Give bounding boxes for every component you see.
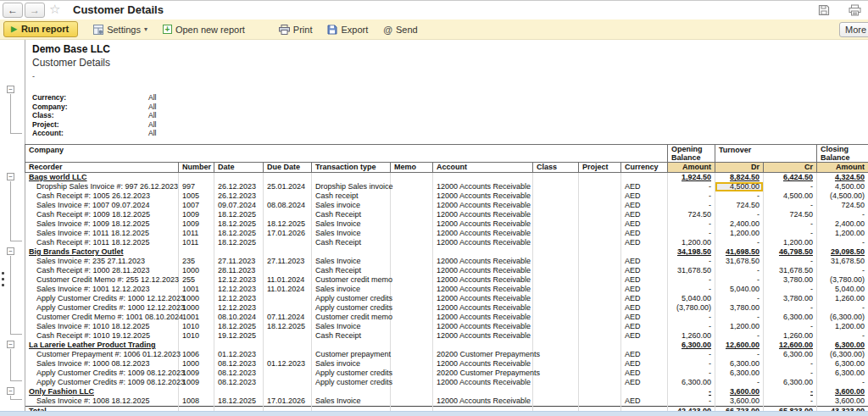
cell-project[interactable]	[579, 266, 621, 275]
cell-recorder[interactable]: Customer Credit Memo #: 255 12.12.2023	[25, 275, 179, 285]
group-total-cell[interactable]	[579, 387, 621, 397]
cell-account[interactable]: 12000 Accounts Receivable	[433, 229, 533, 238]
cell-currency[interactable]: AED	[621, 359, 668, 369]
cell-currency[interactable]: AED	[621, 322, 668, 331]
cell-due[interactable]: 18.12.2025	[264, 322, 312, 331]
cell-dr[interactable]: -	[715, 266, 764, 275]
collapse-header-group-button[interactable]: −	[7, 86, 14, 93]
cell-closing[interactable]: -	[817, 266, 868, 275]
group-total-cell[interactable]	[433, 247, 533, 257]
cell-memo[interactable]	[391, 350, 433, 359]
collapse-group-la-larerie-button[interactable]: −	[7, 341, 14, 348]
cell-dr[interactable]: -	[715, 210, 764, 219]
group-total-cell[interactable]	[179, 173, 214, 183]
table-row[interactable]: Apply Customer Credits #: 1009 08.12.202…	[25, 378, 868, 387]
cell-due[interactable]	[264, 350, 312, 359]
cell-recorder[interactable]: Apply Customer Credits #: 1000 12.12.202…	[25, 294, 179, 303]
cell-memo[interactable]	[391, 313, 433, 322]
cell-number[interactable]: 1001	[179, 313, 214, 322]
cell-opening[interactable]: 31,678.50	[668, 266, 715, 275]
cell-opening[interactable]: -	[668, 229, 715, 238]
cell-type[interactable]: Sales invoice	[312, 201, 391, 210]
cell-cr[interactable]: 6,300.00	[764, 313, 817, 322]
cell-dr[interactable]: 1,200.00	[715, 229, 764, 238]
collapse-group-big-brands-button[interactable]: −	[7, 247, 14, 255]
cell-cr[interactable]: -	[764, 229, 817, 238]
table-row[interactable]: Cash Receipt #: 1000 28.11.2023100028.11…	[25, 266, 868, 275]
group-total-cell[interactable]: 1,924.50	[668, 173, 715, 183]
group-total-cell[interactable]	[312, 173, 391, 183]
table-row[interactable]: Sales Invoice #: 1009 18.12.2025100918.1…	[25, 219, 868, 229]
cell-due[interactable]	[264, 303, 312, 313]
cell-date[interactable]: 18.12.2025	[214, 229, 264, 238]
cell-closing[interactable]: 6,300.00	[817, 359, 868, 369]
cell-class[interactable]	[533, 285, 579, 294]
cell-project[interactable]	[579, 294, 621, 303]
cell-class[interactable]	[533, 266, 579, 275]
group-total-cell[interactable]	[579, 341, 621, 350]
table-row[interactable]: Customer Prepayment #: 1006 01.12.202310…	[25, 350, 868, 359]
cell-date[interactable]: 19.12.2025	[214, 331, 264, 341]
cell-due[interactable]: 01.12.2023	[264, 359, 312, 369]
cell-due[interactable]: 27.11.2023	[264, 257, 312, 266]
cell-closing[interactable]: -	[817, 378, 868, 387]
cell-date[interactable]: 26.12.2023	[214, 191, 264, 201]
group-total-cell[interactable]	[391, 247, 433, 257]
group-total-cell[interactable]: 29,098.50	[817, 247, 868, 257]
cell-recorder[interactable]: Sales Invoice #: 1001 12.12.2023	[25, 285, 179, 294]
cell-type[interactable]: Cash Receipt	[312, 266, 391, 275]
splitter-drag-handle[interactable]	[1, 272, 4, 289]
cell-type[interactable]: Apply customer credits	[312, 294, 391, 303]
cell-closing[interactable]: (4,500.00)	[817, 191, 868, 201]
cell-date[interactable]: 08.12.2023	[214, 359, 264, 369]
cell-class[interactable]	[533, 229, 579, 238]
cell-project[interactable]	[579, 238, 621, 247]
group-total-cell[interactable]: 3,600.00	[817, 387, 868, 397]
cell-number[interactable]: 1011	[179, 238, 214, 247]
cell-due[interactable]: 08.08.2024	[264, 201, 312, 210]
cell-recorder[interactable]: Sales Invoice #: 1011 18.12.2025	[25, 229, 179, 238]
cell-recorder[interactable]: Apply Customer Credits #: 1000 12.12.202…	[25, 303, 179, 313]
cell-project[interactable]	[579, 359, 621, 369]
cell-closing[interactable]: 5,040.00	[817, 285, 868, 294]
cell-type[interactable]: Cash Receipt	[312, 210, 391, 219]
cell-type[interactable]: Sales invoice	[312, 359, 391, 369]
run-report-button[interactable]: ▶ Run report	[3, 21, 78, 37]
group-name-cell[interactable]: Only Fashion LLC	[25, 387, 179, 397]
cell-currency[interactable]: AED	[621, 331, 668, 341]
cell-memo[interactable]	[391, 201, 433, 210]
cell-account[interactable]: 20200 Customer Prepayments	[433, 369, 533, 378]
cell-type[interactable]: Cash Receipt	[312, 238, 391, 247]
cell-cr[interactable]: -	[764, 369, 817, 378]
cell-memo[interactable]	[391, 238, 433, 247]
group-total-cell[interactable]	[433, 341, 533, 350]
cell-due[interactable]	[264, 378, 312, 387]
table-row[interactable]: Apply Customer Credits #: 1000 12.12.202…	[25, 303, 868, 313]
cell-dr[interactable]: 3,600.00	[715, 397, 764, 407]
collapse-group-only-fashion-button[interactable]: −	[7, 387, 14, 395]
cell-type[interactable]: Apply customer credits	[312, 378, 391, 387]
cell-memo[interactable]	[391, 182, 433, 191]
cell-opening[interactable]: -	[668, 313, 715, 322]
cell-dr[interactable]: -	[715, 350, 764, 359]
print-button[interactable]: Print	[279, 25, 313, 35]
table-row[interactable]: Sales Invoice #: 235 27.11.202323527.11.…	[25, 257, 868, 266]
cell-account[interactable]: 12000 Accounts Receivable	[433, 313, 533, 322]
cell-class[interactable]	[533, 191, 579, 201]
cell-closing[interactable]: (6,300.00)	[817, 313, 868, 322]
cell-cr[interactable]: -	[764, 257, 817, 266]
cell-currency[interactable]: AED	[621, 350, 668, 359]
group-total-cell[interactable]	[264, 247, 312, 257]
more-button[interactable]: More	[839, 22, 868, 37]
cell-recorder[interactable]: Sales Invoice #: 1008 18.12.2025	[25, 397, 179, 407]
cell-opening[interactable]: 6,300.00	[668, 378, 715, 387]
cell-number[interactable]: 1007	[179, 201, 214, 210]
group-name-cell[interactable]: La Larerie Leather Product Trading	[25, 341, 179, 350]
cell-due[interactable]	[264, 369, 312, 378]
cell-project[interactable]	[579, 322, 621, 331]
cell-class[interactable]	[533, 331, 579, 341]
cell-recorder[interactable]: Cash Receipt #: 1005 26.12.2023	[25, 191, 179, 201]
group-total-cell[interactable]	[312, 247, 391, 257]
cell-dr[interactable]: 5,040.00	[715, 285, 764, 294]
cell-project[interactable]	[579, 210, 621, 219]
